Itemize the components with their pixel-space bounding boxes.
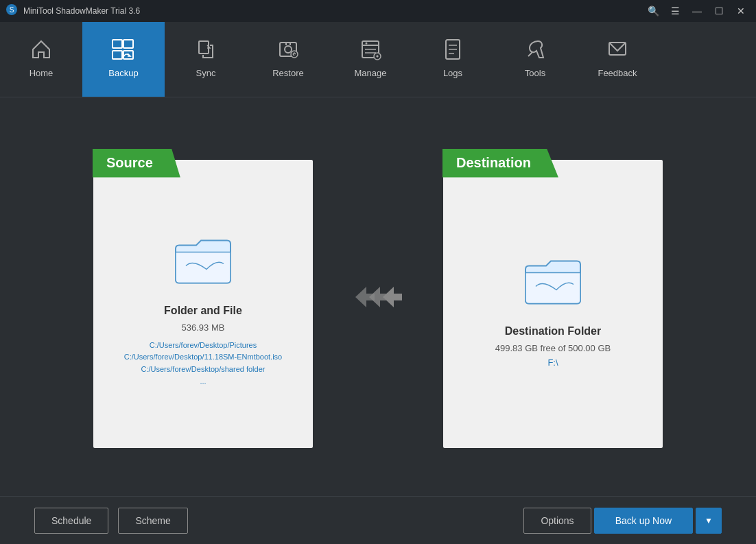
backup-now-button[interactable]: Back up Now — [594, 508, 693, 534]
nav-restore[interactable]: Restore — [247, 22, 329, 97]
app-title: MiniTool ShadowMaker Trial 3.6 — [23, 6, 140, 16]
source-path-3: C:/Users/forev/Desktop/shared folder — [124, 364, 282, 376]
source-title: Folder and File — [164, 305, 242, 317]
svg-rect-2 — [113, 40, 122, 48]
nav-logs-label: Logs — [443, 68, 462, 78]
app-logo: S — [5, 3, 18, 19]
nav-tools[interactable]: Tools — [494, 22, 576, 97]
svg-rect-4 — [113, 51, 122, 59]
source-size: 536.93 MB — [182, 322, 225, 333]
source-card[interactable]: Source Folder and File 536.93 MB C:/User… — [93, 160, 313, 448]
destination-body: Destination Folder 499.83 GB free of 500… — [443, 160, 663, 448]
nav-backup[interactable]: Backup — [82, 22, 165, 97]
nav-sync[interactable]: Sync — [165, 22, 247, 97]
bottom-right-buttons: Options Back up Now ▼ — [523, 508, 722, 534]
window-controls: 🔍 ☰ — ☐ ✕ — [643, 3, 751, 19]
nav-tools-label: Tools — [525, 68, 545, 78]
logs-icon — [442, 38, 464, 64]
nav-manage-label: Manage — [355, 68, 387, 78]
tools-icon — [524, 38, 546, 64]
source-path-2: C:/Users/forev/Desktop/11.18SM-ENmtboot.… — [124, 351, 282, 364]
nav-logs[interactable]: Logs — [412, 22, 494, 97]
source-path-ellipsis: ... — [124, 376, 282, 388]
nav-feedback-label: Feedback — [598, 68, 637, 78]
close-button[interactable]: ✕ — [731, 3, 751, 19]
svg-rect-6 — [199, 41, 209, 54]
nav-home-label: Home — [29, 68, 54, 78]
minimize-button[interactable]: — — [687, 3, 707, 19]
destination-title: Destination Folder — [505, 325, 601, 338]
nav-home[interactable]: Home — [0, 22, 82, 97]
maximize-button[interactable]: ☐ — [709, 3, 729, 19]
schedule-button[interactable]: Schedule — [34, 508, 108, 534]
arrow-container — [354, 280, 402, 314]
svg-point-12 — [366, 43, 368, 45]
bottom-left-buttons: Schedule Scheme — [34, 508, 188, 534]
destination-header: Destination — [442, 149, 558, 178]
destination-free: 499.83 GB free of 500.00 GB — [495, 343, 611, 353]
svg-point-9 — [291, 51, 298, 58]
destination-card[interactable]: Destination Destination Folder 499.83 GB… — [443, 160, 663, 448]
source-paths: C:/Users/forev/Desktop/Pictures C:/Users… — [124, 340, 282, 388]
backup-now-dropdown[interactable]: ▼ — [696, 508, 722, 534]
menu-button[interactable]: ☰ — [665, 3, 685, 19]
scheme-button[interactable]: Scheme — [118, 508, 187, 534]
home-icon — [30, 38, 52, 64]
manage-icon — [359, 38, 381, 64]
search-button[interactable]: 🔍 — [643, 3, 663, 19]
bottom-bar: Schedule Scheme Options Back up Now ▼ — [0, 496, 756, 544]
sync-icon — [195, 38, 217, 64]
title-bar: S MiniTool ShadowMaker Trial 3.6 🔍 ☰ — ☐… — [0, 0, 756, 22]
nav-backup-label: Backup — [108, 68, 138, 78]
source-body: Folder and File 536.93 MB C:/Users/forev… — [93, 160, 313, 448]
options-button[interactable]: Options — [523, 508, 591, 534]
nav-restore-label: Restore — [272, 68, 304, 78]
title-bar-left: S MiniTool ShadowMaker Trial 3.6 — [5, 3, 140, 19]
svg-rect-3 — [123, 40, 133, 48]
nav-feedback[interactable]: Feedback — [576, 22, 659, 97]
nav-sync-label: Sync — [196, 68, 216, 78]
destination-drive: F:\ — [547, 357, 558, 368]
backup-icon — [111, 38, 136, 64]
source-header: Source — [93, 149, 180, 178]
svg-line-20 — [528, 52, 532, 56]
feedback-icon — [606, 38, 628, 64]
restore-icon — [277, 38, 299, 64]
source-path-1: C:/Users/forev/Desktop/Pictures — [124, 340, 282, 352]
nav-bar: Home Backup Sync — [0, 22, 756, 97]
main-content: Source Folder and File 536.93 MB C:/User… — [0, 97, 756, 496]
source-folder-icon — [172, 233, 234, 291]
nav-manage[interactable]: Manage — [329, 22, 412, 97]
svg-text:S: S — [10, 6, 14, 14]
svg-point-8 — [285, 46, 292, 53]
destination-folder-icon — [522, 254, 584, 311]
